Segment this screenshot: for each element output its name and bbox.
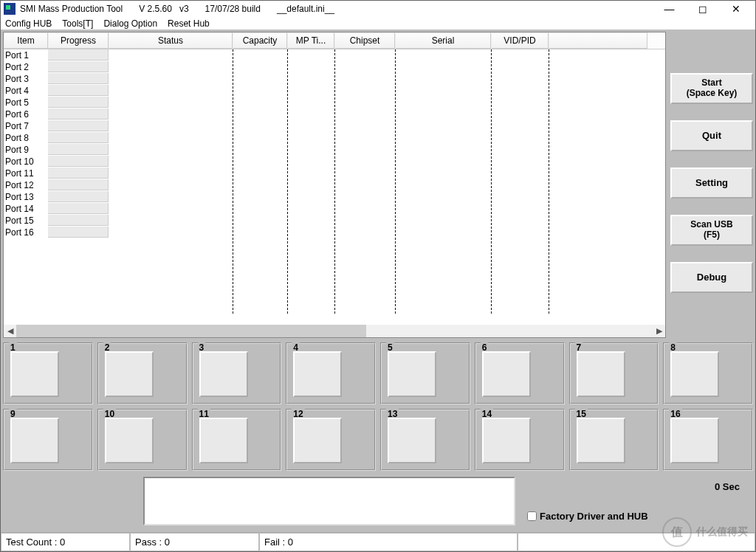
scan-usb-button[interactable]: Scan USB (F5) <box>670 215 753 246</box>
progress-cell <box>48 61 109 72</box>
status-bar: Test Count : 0 Pass : 0 Fail : 0 <box>1 532 755 551</box>
port-label: Port 14 <box>4 203 48 215</box>
start-button[interactable]: Start (Space Key) <box>670 73 753 104</box>
tile-button[interactable] <box>670 418 719 463</box>
port-tile-8: 8 <box>663 342 753 404</box>
tile-button[interactable] <box>105 351 154 397</box>
grid-body: Port 1Port 2Port 3Port 4Port 5Port 6Port… <box>4 49 665 325</box>
progress-cell <box>48 191 109 202</box>
timer-label: 0 Sec <box>715 481 740 492</box>
menu-reset-hub[interactable]: Reset Hub <box>168 18 210 29</box>
column-divider <box>549 49 549 314</box>
col-serial[interactable]: Serial <box>395 32 491 49</box>
scroll-right-icon[interactable]: ▶ <box>653 325 665 337</box>
tile-button[interactable] <box>105 418 154 463</box>
factory-driver-label: Factory Driver and HUB <box>540 511 648 522</box>
menu-config-hub[interactable]: Config HUB <box>5 18 52 29</box>
progress-cell <box>48 49 109 61</box>
port-label: Port 6 <box>4 108 48 120</box>
port-tile-4: 4 <box>286 342 376 404</box>
tile-button[interactable] <box>388 418 436 463</box>
status-pass: Pass : 0 <box>130 533 259 551</box>
upper-panel: ItemProgressStatusCapacityMP Ti...Chipse… <box>3 32 753 338</box>
col-chipset[interactable]: Chipset <box>334 32 395 49</box>
col-vidpid[interactable]: VID/PID <box>491 32 549 49</box>
col-status[interactable]: Status <box>109 32 233 49</box>
port-label: Port 1 <box>4 49 48 61</box>
port-label: Port 2 <box>4 61 48 73</box>
menu-dialog-option[interactable]: Dialog Option <box>103 18 157 29</box>
column-divider <box>395 49 396 314</box>
port-label: Port 4 <box>4 85 48 97</box>
horizontal-scrollbar[interactable]: ◀ ▶ <box>4 325 665 337</box>
tile-button[interactable] <box>10 418 59 463</box>
title-build: 17/07/28 build <box>205 4 261 14</box>
port-label: Port 9 <box>4 144 48 156</box>
progress-cell <box>48 227 109 238</box>
title-version: V 2.5.60 v3 <box>139 4 188 14</box>
close-button[interactable]: ✕ <box>719 1 752 17</box>
minimize-button[interactable]: — <box>653 1 686 17</box>
tile-button[interactable] <box>670 351 719 397</box>
tile-button[interactable] <box>577 351 625 397</box>
column-divider <box>491 49 492 314</box>
app-window: SMI Mass Production Tool V 2.5.60 v3 17/… <box>0 0 756 552</box>
col-item[interactable]: Item <box>4 32 48 49</box>
tile-button[interactable] <box>388 351 436 397</box>
progress-cell <box>48 215 109 226</box>
bottom-panel: Factory Driver and HUB 0 Sec <box>3 477 753 530</box>
debug-button[interactable]: Debug <box>670 262 753 293</box>
tile-button[interactable] <box>482 418 531 463</box>
tile-button[interactable] <box>199 418 248 463</box>
tile-button[interactable] <box>10 351 59 397</box>
col-extra[interactable] <box>549 32 647 49</box>
port-label: Port 10 <box>4 156 48 168</box>
tile-button[interactable] <box>293 351 342 397</box>
window-controls: — ◻ ✕ <box>653 1 752 17</box>
menu-tools[interactable]: Tools[T] <box>62 18 93 29</box>
maximize-button[interactable]: ◻ <box>686 1 719 17</box>
tile-button[interactable] <box>482 351 531 397</box>
tile-button[interactable] <box>293 418 342 463</box>
menu-bar: Config HUB Tools[T] Dialog Option Reset … <box>1 17 755 30</box>
progress-cell <box>48 85 109 96</box>
column-divider <box>233 49 233 314</box>
scroll-track[interactable] <box>16 325 653 337</box>
port-tile-1: 1 <box>3 342 93 404</box>
progress-cell <box>48 108 109 120</box>
port-label: Port 12 <box>4 179 48 191</box>
port-label: Port 8 <box>4 132 48 144</box>
port-tile-9: 9 <box>3 409 93 471</box>
port-tile-16: 16 <box>663 409 753 471</box>
status-test-count: Test Count : 0 <box>1 533 130 551</box>
progress-cell <box>48 203 109 214</box>
setting-button[interactable]: Setting <box>670 168 753 199</box>
port-label: Port 11 <box>4 168 48 179</box>
col-progress[interactable]: Progress <box>48 32 109 49</box>
port-label: Port 16 <box>4 227 48 238</box>
app-icon <box>4 3 16 15</box>
col-mptime[interactable]: MP Ti... <box>287 32 334 49</box>
scroll-thumb[interactable] <box>16 325 366 337</box>
log-box[interactable] <box>143 477 515 525</box>
col-capacity[interactable]: Capacity <box>233 32 287 49</box>
port-label: Port 7 <box>4 120 48 132</box>
port-tile-12: 12 <box>286 409 376 471</box>
tile-button[interactable] <box>199 351 248 397</box>
progress-cell <box>48 97 109 108</box>
tile-button[interactable] <box>577 418 625 463</box>
port-tile-3: 3 <box>192 342 282 404</box>
port-tile-2: 2 <box>97 342 188 404</box>
port-label: Port 3 <box>4 73 48 85</box>
scroll-left-icon[interactable]: ◀ <box>4 325 16 337</box>
progress-cell <box>48 120 109 131</box>
port-tiles: 12345678910111213141516 <box>3 342 753 471</box>
factory-driver-checkbox[interactable]: Factory Driver and HUB <box>524 509 648 523</box>
port-tile-7: 7 <box>569 342 659 404</box>
factory-driver-input[interactable] <box>527 511 537 521</box>
quit-button[interactable]: Quit <box>670 120 753 151</box>
title-ini: __default.ini__ <box>277 4 334 14</box>
progress-cell <box>48 179 109 190</box>
title-bar: SMI Mass Production Tool V 2.5.60 v3 17/… <box>1 1 755 17</box>
progress-cell <box>48 144 109 155</box>
